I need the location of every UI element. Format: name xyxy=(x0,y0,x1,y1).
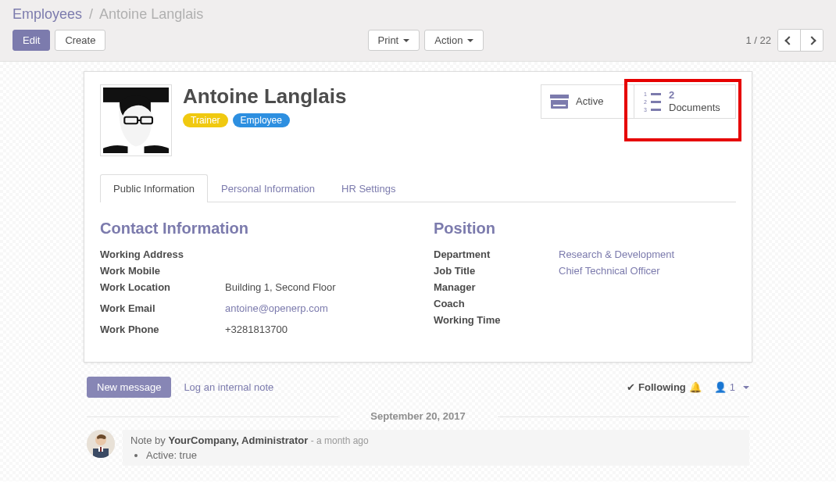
stat-documents-label: Documents xyxy=(669,102,720,114)
pager-next-button[interactable] xyxy=(800,30,823,51)
date-separator: September 20, 2017 xyxy=(87,410,749,422)
action-label: Action xyxy=(434,34,463,46)
label-work-location: Work Location xyxy=(100,280,225,293)
log-note-link[interactable]: Log an internal note xyxy=(184,381,273,393)
message-time: - a month ago xyxy=(308,435,368,446)
person-icon xyxy=(714,381,727,393)
print-label: Print xyxy=(378,34,399,46)
tabs: Public Information Personal Information … xyxy=(100,173,736,202)
breadcrumb-separator: / xyxy=(89,6,93,22)
action-dropdown[interactable]: Action xyxy=(424,30,484,51)
value-work-phone: +3281813700 xyxy=(225,322,402,335)
create-button[interactable]: Create xyxy=(55,30,105,51)
stat-buttons: Active 1 2 3 2 Documents xyxy=(541,84,736,119)
archive-icon xyxy=(549,91,570,112)
pager-prev-button[interactable] xyxy=(778,30,800,51)
chevron-left-icon xyxy=(784,36,793,45)
tag-trainer[interactable]: Trainer xyxy=(183,113,228,127)
pager-current: 1 xyxy=(745,34,751,46)
value-manager xyxy=(559,280,736,281)
value-department[interactable]: Research & Development xyxy=(559,248,674,260)
stat-documents-count: 2 xyxy=(669,89,720,102)
label-job-title: Job Title xyxy=(434,263,559,277)
chatter: New message Log an internal note ✔ Follo… xyxy=(84,377,752,481)
caret-down-icon xyxy=(403,39,409,42)
following-label: Following xyxy=(638,381,686,393)
stat-active-label: Active xyxy=(576,95,603,108)
tab-personal-information[interactable]: Personal Information xyxy=(208,174,328,202)
caret-down-icon xyxy=(467,39,473,42)
label-manager: Manager xyxy=(434,280,559,293)
edit-button[interactable]: Edit xyxy=(13,30,50,51)
pager-total: 22 xyxy=(760,34,771,46)
message-avatar xyxy=(87,430,115,458)
breadcrumb-root[interactable]: Employees xyxy=(13,6,82,22)
control-panel: Employees / Antoine Langlais Edit Create… xyxy=(0,0,836,62)
svg-rect-9 xyxy=(100,447,102,452)
value-work-email[interactable]: antoine@openerp.com xyxy=(225,302,328,314)
tab-hr-settings[interactable]: HR Settings xyxy=(328,174,409,202)
note-prefix: Note by xyxy=(130,434,168,446)
label-work-mobile: Work Mobile xyxy=(100,263,225,277)
pager-text: 1 / 22 xyxy=(745,34,771,46)
message-body: Note by YourCompany, Administrator - a m… xyxy=(123,430,749,466)
label-coach: Coach xyxy=(434,296,559,309)
message-author: YourCompany, Administrator xyxy=(168,434,308,446)
contact-section-title: Contact Information xyxy=(100,220,402,238)
value-work-mobile xyxy=(225,263,402,265)
position-column: Position Department Research & Developme… xyxy=(434,220,736,338)
label-working-time: Working Time xyxy=(434,313,559,326)
label-working-address: Working Address xyxy=(100,247,225,260)
value-work-location: Building 1, Second Floor xyxy=(225,280,402,293)
followers-dropdown[interactable]: 1 xyxy=(714,381,749,393)
tag-employee[interactable]: Employee xyxy=(233,113,290,127)
avatar xyxy=(100,84,172,156)
employee-name: Antoine Langlais xyxy=(183,84,346,109)
following-indicator[interactable]: ✔ Following 🔔 xyxy=(627,381,702,393)
form-sheet: Active 1 2 3 2 Documents xyxy=(84,71,752,363)
content-area: Active 1 2 3 2 Documents xyxy=(0,62,836,481)
new-message-button[interactable]: New message xyxy=(87,377,171,398)
value-job-title[interactable]: Chief Technical Officer xyxy=(559,265,660,277)
stat-documents-button[interactable]: 1 2 3 2 Documents xyxy=(634,84,736,119)
label-department: Department xyxy=(434,247,559,260)
breadcrumb: Employees / Antoine Langlais xyxy=(13,6,823,23)
tags: Trainer Employee xyxy=(183,113,346,127)
print-dropdown[interactable]: Print xyxy=(368,30,420,51)
tab-public-information[interactable]: Public Information xyxy=(100,174,208,202)
message-bullet: Active: true xyxy=(146,449,741,461)
value-working-time xyxy=(559,313,736,314)
position-section-title: Position xyxy=(434,220,736,238)
bell-icon: 🔔 xyxy=(689,381,702,393)
followers-count: 1 xyxy=(730,381,735,393)
check-icon: ✔ xyxy=(627,381,635,393)
value-working-address xyxy=(225,247,402,248)
label-work-phone: Work Phone xyxy=(100,322,225,335)
label-work-email: Work Email xyxy=(100,301,225,314)
contact-column: Contact Information Working Address Work… xyxy=(100,220,402,338)
breadcrumb-current: Antoine Langlais xyxy=(99,6,203,22)
list-icon: 1 2 3 xyxy=(642,91,663,112)
chevron-right-icon xyxy=(807,36,816,45)
stat-active-button[interactable]: Active xyxy=(541,84,634,119)
message: Note by YourCompany, Administrator - a m… xyxy=(87,430,749,466)
caret-down-icon xyxy=(743,386,749,389)
value-coach xyxy=(559,296,736,298)
